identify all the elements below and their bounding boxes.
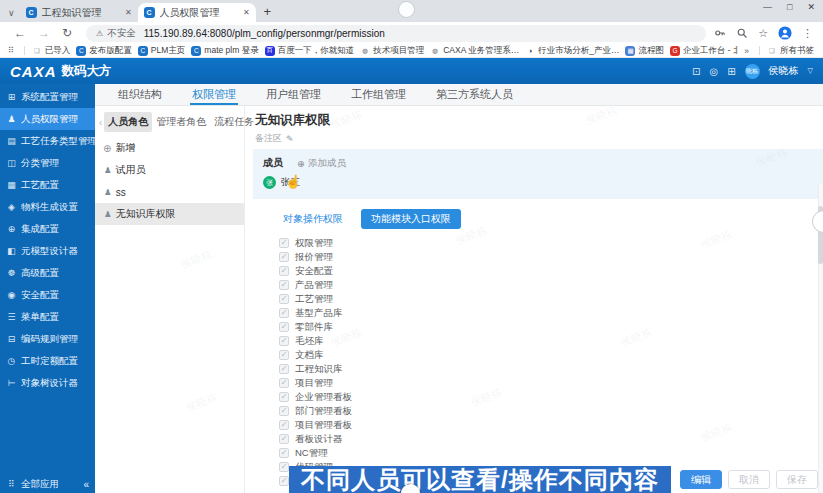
edit-remark-icon[interactable]: ✎ [286, 134, 294, 144]
checkbox-checked-disabled[interactable]: ✓ [279, 336, 289, 346]
sidebar-item[interactable]: ☰ 菜单配置 [0, 306, 95, 328]
check-icon: ✓ [281, 323, 288, 331]
help-icon[interactable]: ◎ [709, 66, 718, 77]
window-close-button[interactable]: ✕ [807, 2, 815, 12]
sidebar-item[interactable]: ⊕ 集成配置 [0, 218, 95, 240]
bookmark-item[interactable]: 百 百度一下，你就知道 [265, 45, 355, 57]
bookmark-item[interactable]: ▦ 流程图 [625, 45, 664, 57]
forward-icon[interactable]: → [38, 26, 50, 40]
sidebar-item[interactable]: ☸ 高级配置 [0, 262, 95, 284]
prev-icon[interactable]: ‹ [99, 117, 102, 128]
role-list-item[interactable]: ♟ 无知识库权限 [95, 203, 244, 225]
role-list-item[interactable]: ♟ 试用员 [95, 159, 244, 181]
checkbox-checked-disabled[interactable]: ✓ [279, 476, 289, 486]
checkbox-checked-disabled[interactable]: ✓ [279, 448, 289, 458]
caxa-logo-suffix: 数码大方 [62, 63, 112, 80]
checkbox-checked-disabled[interactable]: ✓ [279, 280, 289, 290]
member-item[interactable]: 张 张三 [263, 176, 813, 189]
url-input[interactable]: ⚠ 不安全 115.190.89.64:8080/plm_config/pers… [86, 25, 706, 42]
refresh-icon[interactable]: ↻ [62, 26, 72, 40]
checkbox-checked-disabled[interactable]: ✓ [279, 308, 289, 318]
role-subtab[interactable]: 人员角色 [104, 112, 152, 132]
main-tab[interactable]: 用户组管理 [251, 84, 336, 105]
role-list-item[interactable]: ♟ ss [95, 181, 244, 203]
sidebar-item[interactable]: ⊞ 系统配置管理 [0, 86, 95, 108]
checkbox-checked-disabled[interactable]: ✓ [279, 238, 289, 248]
checkbox-checked-disabled[interactable]: ✓ [279, 294, 289, 304]
add-member-button[interactable]: ⊕ 添加成员 [297, 157, 346, 170]
bookmark-item[interactable]: G 企业工作台 - 北京… [670, 45, 738, 57]
checkbox-checked-disabled[interactable]: ✓ [279, 364, 289, 374]
permission-tab[interactable]: 对象操作权限 [277, 209, 349, 229]
sidebar-item[interactable]: ▦ 工艺配置 [0, 174, 95, 196]
bookmark-item[interactable]: C mate plm 登录 [191, 45, 258, 57]
sidebar-item[interactable]: ▤ 工艺任务类型管理 [0, 130, 95, 152]
tab-close-icon[interactable]: ✕ [125, 8, 132, 17]
main-tab[interactable]: 工作组管理 [336, 84, 421, 105]
main-tab[interactable]: 组织结构 [103, 84, 177, 105]
window-minimize-button[interactable]: — [763, 2, 772, 12]
zoom-icon[interactable] [736, 27, 748, 39]
chevron-down-icon[interactable]: ▽ [808, 67, 813, 75]
sidebar-item[interactable]: ♟ 人员权限管理 [0, 108, 95, 130]
checkbox-checked-disabled[interactable]: ✓ [279, 434, 289, 444]
checkbox-checked-disabled[interactable]: ✓ [279, 266, 289, 276]
sidebar-item[interactable]: ◉ 安全配置 [0, 284, 95, 306]
bookmark-item[interactable]: C PLM主页 [138, 45, 185, 57]
checkbox-checked-disabled[interactable]: ✓ [279, 406, 289, 416]
add-app-icon[interactable]: ⊞ [727, 66, 735, 77]
permission-tab[interactable]: 功能模块入口权限 [361, 209, 461, 229]
checkbox-checked-disabled[interactable]: ✓ [279, 322, 289, 332]
bookmark-star-icon[interactable]: ☆ [758, 27, 768, 40]
footer-button[interactable]: 编辑 [680, 470, 722, 489]
permission-row: ✓ 部门管理看板 [279, 404, 823, 418]
check-icon: ✓ [281, 463, 288, 471]
sidebar-item[interactable]: ◫ 分类管理 [0, 152, 95, 174]
bookmark-item[interactable]: ❏ 已导入 [32, 45, 71, 57]
bookmark-item[interactable]: ◍ 技术项目管理 [360, 45, 424, 57]
main-tab[interactable]: 第三方系统人员 [421, 84, 528, 105]
back-icon[interactable]: ← [14, 26, 26, 40]
bookmarks-overflow-icon[interactable]: » [744, 46, 749, 56]
all-bookmarks-button[interactable]: ❏ 所有书签 [767, 45, 814, 57]
new-tab-button[interactable]: + [264, 4, 272, 19]
role-title: 无知识库权限 [253, 111, 823, 132]
checkbox-checked-disabled[interactable]: ✓ [279, 378, 289, 388]
user-name[interactable]: 侯晓栋 [769, 64, 799, 78]
browser-tab[interactable]: C 人员权限管理 ✕ [138, 3, 256, 22]
tab-search-icon[interactable]: ∨ [8, 8, 15, 18]
bookmark-item[interactable]: ◑ 行业市场分析_产业… [525, 45, 619, 57]
sidebar-item[interactable]: ⊢ 对象树设计器 [0, 372, 95, 394]
sidebar-item[interactable]: ◈ 物料生成设置 [0, 196, 95, 218]
checkbox-checked-disabled[interactable]: ✓ [279, 420, 289, 430]
tab-close-icon[interactable]: ✕ [243, 8, 250, 17]
user-avatar[interactable]: 晓栋 [745, 64, 760, 79]
sidebar-item[interactable]: ◧ 元模型设计器 [0, 240, 95, 262]
checkbox-checked-disabled[interactable]: ✓ [279, 392, 289, 402]
collapse-sidebar-icon[interactable]: « [83, 479, 89, 490]
window-maximize-button[interactable]: □ [787, 2, 792, 12]
apps-grid-icon[interactable]: ⠿ [8, 46, 14, 55]
sidebar-item[interactable]: ⊟ 编码规则管理 [0, 328, 95, 350]
role-subtab[interactable]: 管理者角色 [152, 112, 210, 132]
bookmark-item[interactable]: C 发布版配置 [76, 45, 132, 57]
all-apps-label[interactable]: 全部应用 [21, 478, 59, 491]
footer-button[interactable]: 保存 [776, 470, 818, 489]
browser-tab[interactable]: C 工程知识管理 ✕ [20, 3, 138, 22]
footer-button[interactable]: 取消 [728, 470, 770, 489]
profile-avatar-icon[interactable] [778, 26, 792, 40]
checkbox-checked-disabled[interactable]: ✓ [279, 462, 289, 472]
checkbox-checked-disabled[interactable]: ✓ [279, 350, 289, 360]
bookmark-item[interactable]: ◍ CAXA 业务管理系… [430, 45, 519, 57]
check-icon: ✓ [281, 351, 288, 359]
bookmark-label: PLM主页 [151, 45, 185, 57]
main-tab-bar: 组织结构 权限管理 用户组管理 工作组管理 第三方系统人员 [95, 84, 823, 106]
checkbox-checked-disabled[interactable]: ✓ [279, 252, 289, 262]
browser-menu-icon[interactable]: ⋮ [802, 27, 813, 40]
footer-buttons: 编辑 取消 保存 [680, 470, 818, 489]
password-key-icon[interactable] [714, 27, 726, 39]
message-icon[interactable]: ⊡ [692, 66, 700, 77]
sidebar-item[interactable]: ◷ 工时定额配置 [0, 350, 95, 372]
add-role-button[interactable]: ⊕ 新增 [95, 137, 244, 159]
main-tab[interactable]: 权限管理 [177, 84, 251, 105]
